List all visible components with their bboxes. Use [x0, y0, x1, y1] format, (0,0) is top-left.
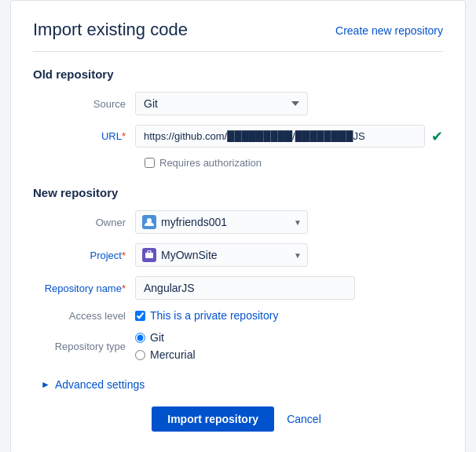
- source-select[interactable]: Git Mercurial Subversion: [135, 92, 308, 115]
- url-valid-icon: ✔: [431, 129, 443, 144]
- requires-auth-row: Requires authorization: [145, 157, 443, 169]
- repo-type-git-label[interactable]: Git: [150, 331, 164, 344]
- import-card: Import existing code Create new reposito…: [10, 0, 466, 452]
- owner-select-display[interactable]: myfriends001 ▼: [135, 210, 308, 234]
- repo-name-required-star: *: [122, 282, 126, 294]
- requires-auth-checkbox[interactable]: [145, 158, 155, 168]
- svg-rect-1: [145, 253, 153, 258]
- requires-auth-label[interactable]: Requires authorization: [159, 157, 262, 169]
- repo-name-input[interactable]: [135, 276, 355, 300]
- cancel-button[interactable]: Cancel: [284, 406, 324, 432]
- url-label: URL*: [33, 130, 135, 142]
- repo-type-label: Repository type: [33, 341, 135, 352]
- card-header: Import existing code Create new reposito…: [33, 20, 443, 52]
- project-icon: [142, 248, 156, 262]
- project-row: Project* MyOwnSite ▼: [33, 243, 443, 267]
- repo-name-control: [135, 276, 443, 300]
- repo-type-mercurial-option: Mercurial: [135, 348, 443, 361]
- repo-type-mercurial-radio[interactable]: [135, 350, 145, 360]
- new-repository-title: New repository: [33, 186, 443, 199]
- owner-label: Owner: [33, 217, 135, 228]
- repo-type-mercurial-label[interactable]: Mercurial: [150, 348, 196, 361]
- page-title: Import existing code: [33, 20, 188, 40]
- new-repository-section: New repository Owner myfriends001 ▼: [33, 186, 443, 361]
- project-control: MyOwnSite ▼: [135, 243, 443, 267]
- advanced-settings-row: ► Advanced settings: [41, 378, 443, 391]
- advanced-settings-link[interactable]: Advanced settings: [55, 378, 145, 391]
- access-level-label: Access level: [33, 310, 135, 322]
- project-select-display[interactable]: MyOwnSite ▼: [135, 243, 308, 267]
- access-level-row: Access level This is a private repositor…: [33, 309, 443, 322]
- repo-type-radio-group: Git Mercurial: [135, 331, 443, 361]
- advanced-chevron-icon: ►: [41, 379, 50, 390]
- owner-avatar-icon: [142, 215, 156, 229]
- owner-chevron-icon: ▼: [294, 218, 302, 227]
- owner-control: myfriends001 ▼: [135, 210, 443, 234]
- project-label: Project*: [33, 250, 135, 261]
- private-repo-label[interactable]: This is a private repository: [150, 309, 278, 322]
- project-value-text: MyOwnSite: [161, 249, 218, 261]
- actions-row: Import repository Cancel: [33, 406, 443, 432]
- repo-type-git-radio[interactable]: [135, 333, 145, 343]
- owner-select-wrapper[interactable]: myfriends001 ▼: [135, 210, 308, 234]
- source-label: Source: [33, 98, 135, 110]
- project-required-star: *: [122, 250, 126, 261]
- repo-name-row: Repository name*: [33, 276, 443, 300]
- project-chevron-icon: ▼: [294, 251, 302, 260]
- private-repo-checkbox[interactable]: [135, 311, 145, 321]
- create-new-repository-link[interactable]: Create new repository: [335, 24, 443, 37]
- project-select-wrapper[interactable]: MyOwnSite ▼: [135, 243, 308, 267]
- owner-value-text: myfriends001: [161, 216, 227, 228]
- repo-name-label: Repository name*: [33, 282, 135, 294]
- url-input[interactable]: [135, 125, 425, 148]
- old-repository-title: Old repository: [33, 67, 443, 81]
- import-repository-button[interactable]: Import repository: [152, 406, 274, 432]
- old-repository-section: Old repository Source Git Mercurial Subv…: [33, 67, 443, 169]
- source-row: Source Git Mercurial Subversion: [33, 92, 443, 115]
- url-field-row: ✔: [135, 125, 443, 148]
- access-level-control: This is a private repository: [135, 309, 443, 322]
- url-required-star: *: [122, 130, 126, 142]
- url-row: URL* ✔: [33, 125, 443, 148]
- repo-type-row: Repository type Git Mercurial: [33, 331, 443, 361]
- source-control: Git Mercurial Subversion: [135, 92, 443, 115]
- repo-type-git-option: Git: [135, 331, 443, 344]
- owner-row: Owner myfriends001 ▼: [33, 210, 443, 234]
- repo-type-control: Git Mercurial: [135, 331, 443, 361]
